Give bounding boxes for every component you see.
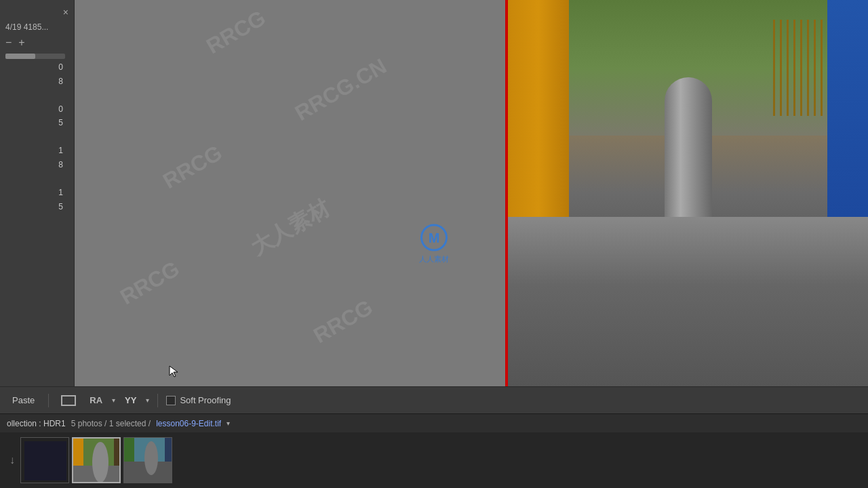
collection-name: ollection : HDR1 [7,419,66,428]
panel-title: 4/19 4185... [0,21,74,36]
zoom-controls: − + [0,36,74,49]
slider-track-1[interactable] [5,54,65,59]
toolbar-separator-2 [157,394,158,407]
ra-label: RA [90,395,102,405]
filmstrip-thumb-3[interactable] [123,437,172,483]
filmstrip: ↓ [0,432,868,488]
floor-area [508,217,868,386]
watermark-rrcg-4: RRCG [309,295,377,348]
yy-button[interactable]: YY [121,393,140,407]
svg-point-7 [92,442,108,483]
slider-fill-1 [5,54,35,59]
paste-button[interactable]: Paste [7,393,40,407]
close-button[interactable]: × [63,7,68,18]
param-value-3: 5 [58,117,63,129]
garage-photo [508,0,868,386]
param-row-3: 0 [5,104,68,115]
watermark-daren: 大人素材 [245,192,336,262]
param-row-2: 8 [5,76,68,87]
canvas-left-desaturated: RRCG RRCG.CN RRCG 大人素材 RRCG RRCG [75,0,505,386]
param-value-5: 8 [58,159,63,171]
slider-area: 0 8 0 5 1 8 1 5 [0,49,74,216]
yy-label: YY [125,395,136,405]
param-row-6: 8 [5,159,68,171]
yy-dropdown[interactable]: ▾ [146,396,149,404]
param-row-4: 5 [5,117,68,129]
main-canvas: RRCG RRCG.CN RRCG 大人素材 RRCG RRCG [75,0,868,386]
filmstrip-thumb-1[interactable] [20,437,69,483]
soft-proofing-toggle[interactable]: Soft Proofing [166,395,231,405]
param-value-6: 1 [58,187,63,199]
param-value-1: 8 [58,76,63,87]
watermark-rrcg-1: RRCG [202,5,270,58]
param-row-1: 0 [5,62,68,73]
watermark-rrcg-2: RRCG [159,140,226,194]
left-panel: × 4/19 4185... − + 0 8 0 5 1 8 1 [0,0,75,386]
yy-chevron-icon: ▾ [146,396,149,404]
param-row-7: 1 [5,187,68,199]
svg-rect-2 [24,441,66,481]
filename-link[interactable]: lesson06-9-Edit.tif [156,419,221,428]
watermark-rrcg-3: RRCG [116,256,184,310]
ra-chevron-icon: ▾ [112,396,115,404]
param-row-5: 1 [5,145,68,157]
canvas-right-color [508,0,868,386]
toolbar-separator-1 [48,394,49,407]
param-value-2: 0 [58,104,63,115]
photo-count: 5 photos / 1 selected / [71,419,151,428]
zoom-out-button[interactable]: − [5,37,12,48]
watermark-rrcgcn: RRCG.CN [290,54,391,126]
zoom-in-button[interactable]: + [18,37,24,48]
param-value-4: 1 [58,145,63,157]
param-row-8: 5 [5,201,68,213]
rect-icon [61,395,76,406]
filmstrip-scroll-down[interactable]: ↓ [7,453,18,468]
filmstrip-thumb-2[interactable] [72,437,121,483]
param-value-0: 0 [58,62,63,73]
svg-point-12 [144,441,158,475]
ra-dropdown[interactable]: ▾ [112,396,115,404]
soft-proofing-label: Soft Proofing [180,395,231,405]
collection-info-bar: ollection : HDR1 5 photos / 1 selected /… [0,413,868,432]
filename-dropdown-icon[interactable]: ▾ [226,420,230,427]
split-view-divider [505,0,508,386]
ra-button[interactable]: RA [85,393,106,407]
bottom-toolbar: Paste RA ▾ YY ▾ Soft Proofing [0,386,868,413]
fence-area [773,20,827,117]
rectangle-view-button[interactable] [57,393,80,408]
soft-proofing-checkbox[interactable] [166,396,176,405]
close-button-area: × [0,3,74,21]
param-value-7: 5 [58,201,63,213]
